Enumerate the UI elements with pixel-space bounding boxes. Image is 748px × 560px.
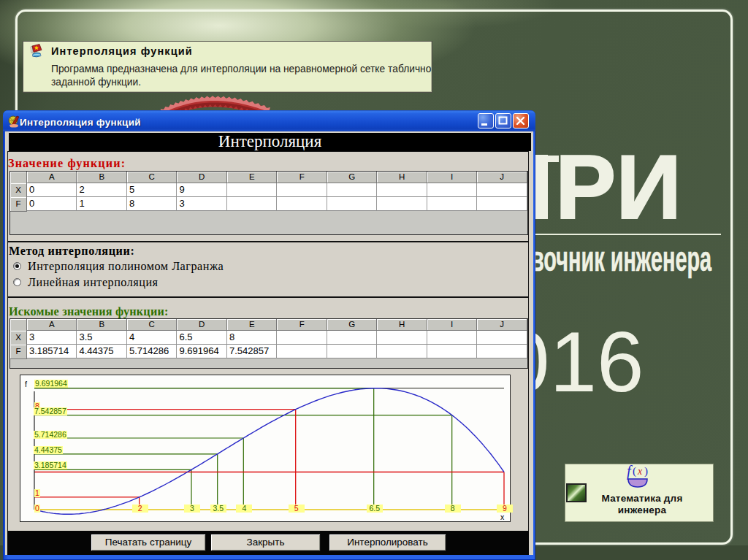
svg-text:x: x bbox=[637, 466, 643, 477]
svg-text:): ) bbox=[644, 465, 648, 477]
svg-text:(: ( bbox=[633, 465, 636, 477]
svg-text:f: f bbox=[627, 463, 633, 480]
